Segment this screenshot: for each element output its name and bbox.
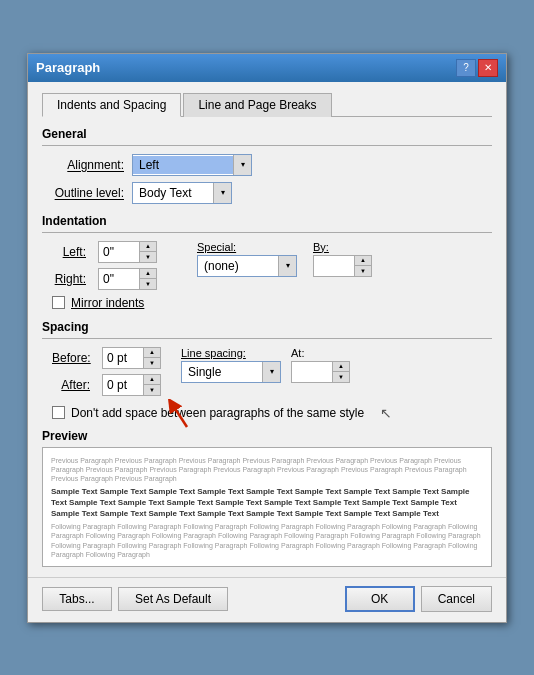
special-dropdown-btn[interactable]: ▾ [278,256,296,276]
spacing-before-spinbox[interactable]: ▲ ▼ [102,347,161,369]
spacing-before-up-btn[interactable]: ▲ [144,348,160,358]
spacing-after-row: After: ▲ ▼ [52,374,161,396]
spacing-before-row: Before: ▲ ▼ [52,347,161,369]
line-spacing-dropdown-btn[interactable]: ▾ [262,362,280,382]
dont-add-space-checkbox[interactable] [52,406,65,419]
spacing-after-label: After: [52,378,96,392]
indent-right-spinbox[interactable]: ▲ ▼ [98,268,157,290]
spacing-after-spinbox[interactable]: ▲ ▼ [102,374,161,396]
dialog-footer: Tabs... Set As Default OK Cancel [28,577,506,622]
special-dropdown[interactable]: (none) ▾ [197,255,297,277]
cancel-button[interactable]: Cancel [421,586,492,612]
by-down-btn[interactable]: ▼ [355,266,371,276]
outline-level-dropdown[interactable]: Body Text ▾ [132,182,232,204]
by-spinbox[interactable]: ▲ ▼ [313,255,372,277]
alignment-label: Alignment: [42,158,132,172]
indent-left-row: Left: ▲ ▼ [52,241,157,263]
preview-sample-text: Sample Text Sample Text Sample Text Samp… [51,486,483,520]
ok-button[interactable]: OK [345,586,415,612]
by-group: By: ▲ ▼ [313,241,372,277]
by-up-btn[interactable]: ▲ [355,256,371,266]
spacing-before-down-btn[interactable]: ▼ [144,358,160,368]
special-group: Special: (none) ▾ [197,241,297,277]
indentation-section-label: Indentation [42,214,492,228]
general-section-label: General [42,127,492,141]
general-divider [42,145,492,146]
red-arrow-indicator [167,399,197,432]
at-value[interactable] [292,363,332,381]
spacing-left-col: Before: ▲ ▼ After: ▲ [52,347,161,401]
mouse-cursor-icon: ↖ [380,405,392,421]
at-spinbox[interactable]: ▲ ▼ [291,361,350,383]
preview-gray-text: Previous Paragraph Previous Paragraph Pr… [51,456,483,483]
tab-line-and-page-breaks[interactable]: Line and Page Breaks [183,93,331,117]
title-bar: Paragraph ? ✕ [28,54,506,82]
indent-right-row: Right: ▲ ▼ [52,268,157,290]
indent-right-up-btn[interactable]: ▲ [140,269,156,279]
spacing-before-label: Before: [52,351,96,365]
preview-following-text: Following Paragraph Following Paragraph … [51,522,483,558]
dont-add-space-label: Don't add space between paragraphs of th… [71,406,364,420]
at-up-btn[interactable]: ▲ [333,362,349,372]
special-label: Special: [197,241,297,253]
help-button[interactable]: ? [456,59,476,77]
line-spacing-dropdown[interactable]: Single ▾ [181,361,281,383]
indent-left-label: Left: [52,245,92,259]
spacing-right-col: Line spacing: Single ▾ At: ▲ ▼ [181,347,492,401]
footer-left: Tabs... Set As Default [42,587,228,611]
by-value[interactable] [314,257,354,275]
indent-left-up-btn[interactable]: ▲ [140,242,156,252]
outline-level-label: Outline level: [42,186,132,200]
outline-level-value: Body Text [133,184,213,202]
dialog-title: Paragraph [36,60,100,75]
preview-box: Previous Paragraph Previous Paragraph Pr… [42,447,492,567]
tab-bar: Indents and Spacing Line and Page Breaks [42,92,492,117]
indent-right-label: Right: [52,272,92,286]
spacing-before-value[interactable] [103,349,143,367]
outline-level-row: Outline level: Body Text ▾ [42,182,492,204]
alignment-dropdown-btn[interactable]: ▾ [233,155,251,175]
special-value: (none) [198,257,278,275]
indent-left-down-btn[interactable]: ▼ [140,252,156,262]
close-button[interactable]: ✕ [478,59,498,77]
by-label: By: [313,241,372,253]
spacing-divider [42,338,492,339]
preview-section-label: Preview [42,429,492,443]
mirror-indents-checkbox[interactable] [52,296,65,309]
title-bar-buttons: ? ✕ [456,59,498,77]
mirror-indents-label: Mirror indents [71,296,144,310]
indentation-left-col: Left: ▲ ▼ Right: ▲ [52,241,157,290]
at-group: At: ▲ ▼ [291,347,350,383]
alignment-dropdown[interactable]: Left ▾ [132,154,252,176]
line-spacing-group: Line spacing: Single ▾ [181,347,281,383]
indentation-divider [42,232,492,233]
spacing-after-up-btn[interactable]: ▲ [144,375,160,385]
indent-right-value[interactable] [99,270,139,288]
alignment-value: Left [133,156,233,174]
indent-left-value[interactable] [99,243,139,261]
outline-level-dropdown-btn[interactable]: ▾ [213,183,231,203]
footer-right: OK Cancel [345,586,492,612]
set-as-default-button[interactable]: Set As Default [118,587,228,611]
at-label: At: [291,347,350,359]
line-spacing-value: Single [182,363,262,381]
indent-right-down-btn[interactable]: ▼ [140,279,156,289]
dont-add-space-row: Don't add space between paragraphs of th… [52,405,492,421]
at-down-btn[interactable]: ▼ [333,372,349,382]
spacing-after-value[interactable] [103,376,143,394]
alignment-row: Alignment: Left ▾ [42,154,492,176]
indent-left-spinbox[interactable]: ▲ ▼ [98,241,157,263]
mirror-indents-row: Mirror indents [52,296,492,310]
spacing-section-label: Spacing [42,320,492,334]
indentation-special-col: Special: (none) ▾ By: ▲ ▼ [197,241,372,290]
tabs-button[interactable]: Tabs... [42,587,112,611]
spacing-after-down-btn[interactable]: ▼ [144,385,160,395]
svg-line-1 [172,404,187,427]
line-spacing-label: Line spacing: [181,347,281,359]
tab-indents-and-spacing[interactable]: Indents and Spacing [42,93,181,117]
